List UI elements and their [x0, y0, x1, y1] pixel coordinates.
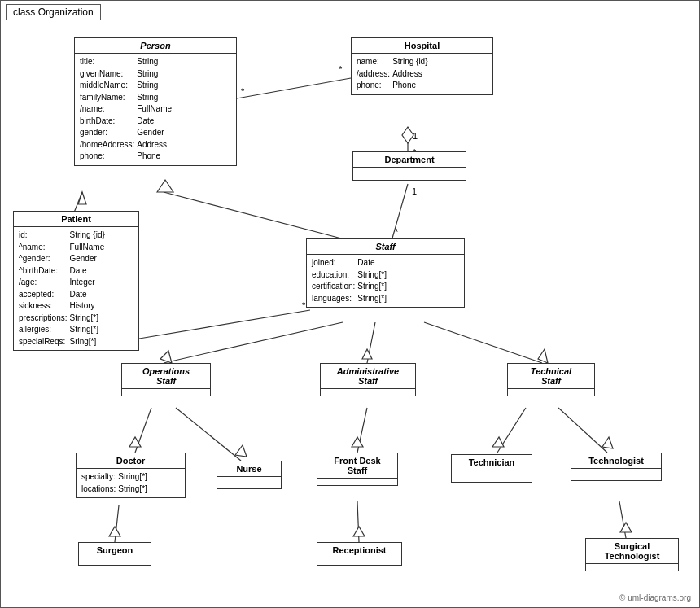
- svg-marker-34: [109, 527, 120, 536]
- diagram-title: class Organization: [6, 4, 101, 20]
- class-receptionist-name: Receptionist: [317, 543, 401, 558]
- class-patient: Patient id:String {id} ^name:FullName ^g…: [13, 211, 139, 351]
- svg-text:*: *: [241, 86, 245, 96]
- class-patient-name: Patient: [14, 212, 138, 227]
- class-technologist-attrs: [571, 469, 661, 480]
- class-hospital-name: Hospital: [352, 38, 492, 54]
- svg-line-21: [424, 322, 542, 363]
- class-technician: Technician: [451, 454, 532, 483]
- class-front-desk-name: Front Desk Staff: [317, 453, 397, 479]
- svg-text:1: 1: [413, 131, 418, 141]
- class-doctor: Doctor specialty:String[*] locations:Str…: [76, 453, 186, 498]
- svg-marker-22: [538, 349, 548, 363]
- class-receptionist: Receptionist: [317, 542, 402, 566]
- class-nurse: Nurse: [217, 461, 282, 489]
- diagram-container: class Organization * * 1 * 1 * * *: [0, 0, 700, 608]
- svg-line-33: [115, 505, 119, 542]
- class-surgeon: Surgeon: [78, 542, 151, 566]
- class-doctor-name: Doctor: [77, 453, 185, 469]
- svg-line-37: [619, 501, 626, 538]
- svg-marker-26: [235, 445, 247, 457]
- class-surgical-tech-attrs: [586, 564, 678, 571]
- svg-line-7: [392, 184, 408, 241]
- svg-marker-20: [362, 349, 372, 359]
- class-admin-staff-attrs: [321, 389, 415, 396]
- class-person: Person title:String givenName:String mid…: [74, 37, 237, 166]
- class-front-desk: Front Desk Staff: [317, 453, 398, 486]
- svg-marker-24: [129, 437, 141, 447]
- class-staff-name: Staff: [307, 239, 464, 255]
- class-surgeon-name: Surgeon: [79, 543, 151, 558]
- svg-line-12: [164, 192, 351, 241]
- svg-text:*: *: [395, 227, 399, 237]
- class-department-name: Department: [353, 152, 466, 168]
- svg-marker-30: [492, 437, 504, 447]
- class-patient-attrs: id:String {id} ^name:FullName ^gender:Ge…: [14, 227, 138, 350]
- svg-marker-32: [602, 437, 613, 448]
- svg-line-17: [164, 322, 343, 363]
- class-surgeon-attrs: [79, 558, 151, 565]
- class-hospital: Hospital name:String {id} /address:Addre…: [351, 37, 493, 95]
- class-ops-staff-name: Operations Staff: [122, 364, 210, 389]
- svg-line-19: [367, 322, 375, 363]
- class-person-name: Person: [75, 38, 236, 54]
- class-admin-staff: Administrative Staff: [320, 363, 416, 396]
- svg-line-27: [357, 408, 367, 453]
- svg-marker-18: [160, 351, 172, 363]
- class-nurse-attrs: [217, 477, 281, 488]
- svg-line-23: [135, 408, 151, 453]
- svg-marker-4: [402, 127, 413, 143]
- svg-line-14: [139, 310, 310, 339]
- copyright-text: © uml-diagrams.org: [619, 593, 691, 602]
- svg-text:1: 1: [412, 186, 417, 196]
- class-ops-staff: Operations Staff: [121, 363, 211, 396]
- class-doctor-attrs: specialty:String[*] locations:String[*]: [77, 469, 185, 497]
- class-surgical-tech-name: Surgical Technologist: [586, 539, 678, 564]
- class-hospital-attrs: name:String {id} /address:Address phone:…: [352, 54, 492, 94]
- class-nurse-name: Nurse: [217, 461, 281, 477]
- svg-marker-38: [620, 523, 632, 532]
- class-technologist: Technologist: [571, 453, 662, 481]
- class-receptionist-attrs: [317, 558, 401, 565]
- class-person-attrs: title:String givenName:String middleName…: [75, 54, 236, 165]
- class-surgical-tech: Surgical Technologist: [585, 538, 679, 571]
- class-ops-staff-attrs: [122, 389, 210, 396]
- class-staff-attrs: joined:Date education:String[*] certific…: [307, 255, 464, 307]
- class-tech-staff-name: Technical Staff: [508, 364, 594, 389]
- class-tech-staff-attrs: [508, 389, 594, 396]
- class-department: Department: [352, 151, 466, 181]
- svg-marker-36: [353, 527, 365, 536]
- svg-text:*: *: [339, 64, 343, 74]
- class-front-desk-attrs: [317, 479, 397, 485]
- svg-line-35: [357, 501, 359, 542]
- svg-marker-13: [157, 180, 173, 192]
- svg-line-0: [237, 78, 351, 98]
- svg-marker-28: [352, 437, 363, 447]
- class-tech-staff: Technical Staff: [507, 363, 595, 396]
- class-department-attrs: [353, 168, 466, 179]
- class-technician-name: Technician: [452, 455, 532, 470]
- class-staff: Staff joined:Date education:String[*] ce…: [306, 238, 465, 308]
- class-admin-staff-name: Administrative Staff: [321, 364, 415, 389]
- svg-line-25: [176, 408, 241, 461]
- svg-line-29: [497, 408, 526, 453]
- svg-marker-11: [78, 192, 86, 204]
- svg-line-10: [74, 192, 82, 212]
- svg-line-31: [558, 408, 607, 453]
- class-technician-attrs: [452, 470, 532, 482]
- class-technologist-name: Technologist: [571, 453, 661, 469]
